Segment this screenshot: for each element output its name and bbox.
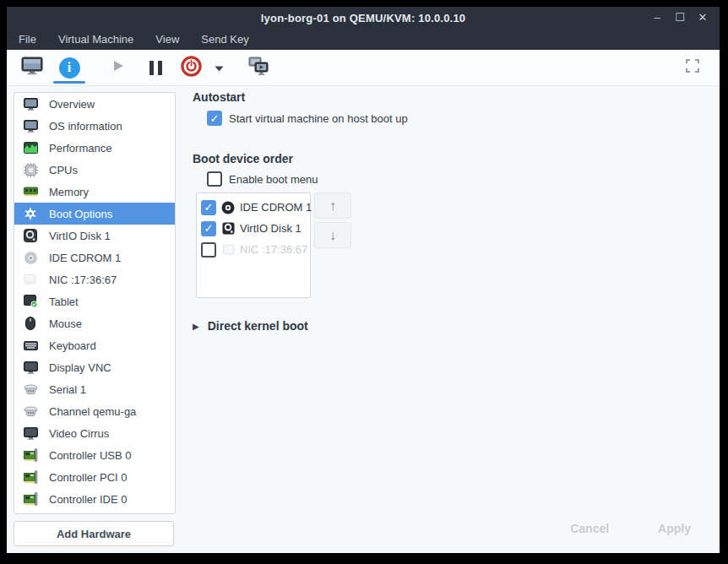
play-icon — [111, 58, 126, 77]
sidebar-item-controller-usb-0[interactable]: Controller USB 0 — [14, 444, 175, 466]
cancel-button[interactable]: Cancel — [570, 522, 609, 535]
pci-card-icon — [23, 491, 38, 507]
boot-order-heading: Boot device order — [193, 152, 293, 165]
sidebar-item-mouse[interactable]: Mouse — [14, 312, 175, 334]
move-down-button[interactable]: ↓ — [314, 222, 351, 248]
sidebar-item-label: Boot Options — [49, 208, 112, 220]
direct-kernel-boot-expander[interactable]: ▶ Direct kernel boot — [193, 319, 308, 333]
add-hardware-label: Add Hardware — [57, 528, 131, 540]
sidebar-item-label: Video Cirrus — [49, 427, 109, 440]
snapshots-button[interactable] — [240, 50, 277, 85]
autostart-checkbox-label[interactable]: Start virtual machine on host boot up — [229, 112, 408, 125]
sidebar-item-partial[interactable] — [14, 510, 175, 514]
boot-device-row-cdrom[interactable]: ✓ IDE CDROM 1 — [197, 197, 310, 218]
minimize-icon[interactable]: – — [649, 7, 666, 29]
nic-icon — [23, 272, 38, 287]
autostart-row: ✓ Start virtual machine on host boot up — [207, 111, 408, 126]
monitor-icon — [23, 118, 38, 133]
shutdown-menu-button[interactable] — [208, 50, 230, 85]
sidebar-item-tablet[interactable]: Tablet — [14, 290, 175, 312]
sidebar-item-channel-qemu-ga[interactable]: Channel qemu-ga — [14, 400, 175, 422]
titlebar[interactable]: lyon-borg-01 on QEMU/KVM: 10.0.0.10 – ☐ … — [7, 7, 720, 29]
sidebar-item-overview[interactable]: Overview — [14, 93, 175, 115]
boot-device-row-nic[interactable]: NIC :17:36:67 — [197, 239, 310, 260]
window-controls: – ☐ ✕ — [649, 7, 711, 29]
info-icon: i — [59, 57, 80, 79]
menu-send-key[interactable]: Send Key — [190, 29, 259, 50]
keyboard-icon — [23, 338, 38, 353]
sidebar-item-controller-ide-0[interactable]: Controller IDE 0 — [14, 488, 175, 510]
pause-button[interactable] — [139, 50, 172, 85]
menu-file[interactable]: File — [19, 29, 47, 50]
run-button[interactable] — [101, 50, 135, 85]
disk-icon — [221, 222, 235, 236]
fullscreen-icon — [686, 59, 699, 76]
tablet-icon — [23, 294, 38, 309]
disk-icon — [23, 228, 38, 243]
nic-icon — [221, 243, 235, 257]
sidebar-item-memory[interactable]: Memory — [14, 181, 175, 203]
autostart-checkbox[interactable]: ✓ — [207, 111, 222, 126]
sidebar-item-label: Controller IDE 0 — [49, 493, 127, 506]
shutdown-button[interactable] — [174, 50, 208, 85]
sidebar-item-virtio-disk-1[interactable]: VirtIO Disk 1 — [14, 225, 175, 247]
enable-boot-menu-label[interactable]: Enable boot menu — [229, 173, 318, 186]
boot-device-checkbox[interactable]: ✓ — [201, 200, 216, 215]
enable-boot-menu-checkbox[interactable] — [207, 171, 222, 187]
show-console-button[interactable] — [14, 50, 51, 85]
check-icon: ✓ — [210, 113, 220, 124]
fullscreen-button[interactable] — [676, 50, 709, 85]
move-up-button[interactable]: ↑ — [314, 193, 351, 219]
toolbar: i — [7, 50, 720, 86]
maximize-icon[interactable]: ☐ — [671, 7, 688, 29]
boot-device-list: ✓ IDE CDROM 1 ✓ VirtIO Disk 1 NIC :17:36… — [196, 193, 311, 298]
check-icon: ✓ — [204, 223, 214, 234]
sidebar-item-label: NIC :17:36:67 — [49, 274, 117, 286]
sidebar-item-serial-1[interactable]: Serial 1 — [14, 378, 175, 400]
pci-card-icon — [23, 469, 38, 485]
cdrom-icon — [23, 250, 38, 265]
apply-button[interactable]: Apply — [658, 522, 691, 535]
sidebar-item-label: Overview — [49, 98, 95, 111]
sidebar-item-label: IDE CDROM 1 — [49, 252, 121, 264]
sidebar-item-display-vnc[interactable]: Display VNC — [14, 356, 175, 378]
expander-arrow-icon: ▶ — [193, 322, 199, 331]
sidebar-item-os-information[interactable]: OS information — [14, 115, 175, 137]
sidebar-item-label: VirtIO Disk 1 — [49, 230, 111, 242]
sidebar-item-ide-cdrom-1[interactable]: IDE CDROM 1 — [14, 247, 175, 268]
menu-virtual-machine[interactable]: Virtual Machine — [47, 29, 144, 50]
power-icon — [181, 56, 202, 80]
ram-stick-icon — [23, 184, 38, 199]
menu-view[interactable]: View — [144, 29, 190, 50]
serial-port-icon — [23, 382, 38, 397]
direct-kernel-boot-label: Direct kernel boot — [208, 319, 308, 333]
sidebar-item-performance[interactable]: Performance — [14, 137, 175, 159]
sidebar-item-keyboard[interactable]: Keyboard — [14, 334, 175, 356]
snapshots-icon — [247, 57, 269, 79]
sidebar-item-boot-options[interactable]: Boot Options — [14, 203, 175, 225]
sidebar-item-video-cirrus[interactable]: Video Cirrus — [14, 422, 175, 444]
close-icon[interactable]: ✕ — [694, 7, 711, 29]
monitor-icon — [23, 360, 38, 375]
console-monitor-icon — [21, 57, 43, 79]
sidebar-item-controller-pci-0[interactable]: Controller PCI 0 — [14, 466, 175, 488]
sidebar-item-nic[interactable]: NIC :17:36:67 — [14, 268, 175, 290]
sidebar-item-cpus[interactable]: CPUs — [14, 159, 175, 181]
performance-chart-icon — [23, 140, 38, 155]
show-details-button[interactable]: i — [51, 50, 88, 85]
sidebar-item-label: Mouse — [49, 317, 82, 330]
sidebar-item-label: OS information — [49, 120, 122, 133]
cdrom-icon — [221, 201, 235, 214]
action-buttons: Cancel Apply — [570, 522, 691, 535]
add-hardware-button[interactable]: Add Hardware — [14, 521, 174, 546]
boot-options-panel: Autostart ✓ Start virtual machine on hos… — [186, 86, 720, 553]
monitor-icon — [23, 426, 38, 441]
check-icon: ✓ — [204, 202, 214, 213]
boot-device-label: VirtIO Disk 1 — [240, 222, 302, 235]
details-selected-underline — [53, 81, 85, 84]
sidebar-item-label: Display VNC — [49, 361, 111, 374]
boot-device-checkbox[interactable] — [201, 242, 216, 258]
arrow-up-icon: ↑ — [329, 198, 336, 214]
boot-device-row-disk[interactable]: ✓ VirtIO Disk 1 — [197, 218, 310, 239]
boot-device-checkbox[interactable]: ✓ — [201, 221, 216, 236]
